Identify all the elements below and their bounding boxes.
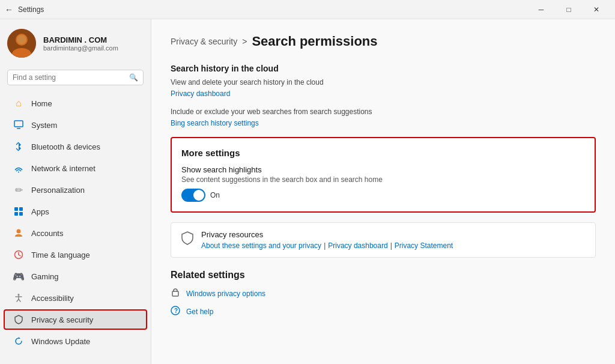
network-icon	[13, 163, 24, 174]
sidebar-item-update[interactable]: Windows Update	[4, 331, 147, 351]
windows-privacy-link[interactable]: Windows privacy options	[186, 290, 265, 298]
toggle-description: See content suggestions in the search bo…	[181, 175, 585, 184]
toggle-control: On	[181, 189, 585, 202]
breadcrumb-separator: >	[242, 37, 247, 46]
get-help-link[interactable]: Get help	[186, 308, 213, 316]
bing-history-link[interactable]: Bing search history settings	[171, 119, 259, 127]
sidebar-item-label: Privacy & security	[31, 315, 93, 324]
sidebar-item-label: Personalization	[31, 186, 85, 195]
minimize-button[interactable]: ─	[527, 0, 555, 19]
bluetooth-icon	[13, 141, 24, 152]
search-suggestions-section: Include or exclude your web searches fro…	[171, 108, 596, 127]
sidebar-item-apps[interactable]: Apps	[4, 201, 147, 222]
more-settings-title: More settings	[181, 148, 585, 158]
privacy-card-links: About these settings and your privacy | …	[201, 241, 453, 250]
more-settings-box: More settings Show search highlights See…	[171, 137, 596, 213]
title-bar: ← Settings ─ □ ✕	[0, 0, 615, 19]
sidebar-item-gaming[interactable]: 🎮 Gaming	[4, 266, 147, 287]
sidebar-item-time[interactable]: Time & language	[4, 244, 147, 265]
nav-menu: ⌂ Home System	[0, 90, 151, 354]
sidebar-item-accessibility[interactable]: Accessibility	[4, 288, 147, 308]
get-help-icon: ?	[171, 306, 180, 318]
sidebar-item-label: Time & language	[31, 250, 90, 259]
about-settings-link[interactable]: About these settings and your privacy	[201, 241, 321, 250]
privacy-resources-title: Privacy resources	[201, 230, 453, 239]
svg-point-17	[18, 294, 20, 296]
svg-marker-22	[19, 337, 20, 339]
back-icon[interactable]: ←	[5, 5, 13, 14]
accessibility-icon	[13, 293, 24, 303]
sidebar-item-personalization[interactable]: ✏ Personalization	[4, 180, 147, 200]
main-content: Privacy & security > Search permissions …	[151, 19, 615, 364]
home-icon: ⌂	[13, 98, 24, 109]
search-suggestions-desc: Include or exclude your web searches fro…	[171, 108, 596, 116]
sidebar-item-label: Home	[31, 99, 52, 108]
search-icon: 🔍	[129, 73, 138, 82]
toggle-row: Show search highlights See content sugge…	[181, 165, 585, 202]
sidebar-item-label: Apps	[31, 207, 49, 216]
personalization-icon: ✏	[13, 184, 24, 195]
sidebar: BARDIMIN . COM bardimintang@gmail.com 🔍 …	[0, 19, 151, 364]
related-settings: Related settings Windows privacy options…	[171, 270, 596, 318]
shield-icon	[181, 231, 194, 249]
user-email: bardimintang@gmail.com	[43, 44, 118, 52]
system-icon	[13, 120, 24, 130]
sidebar-item-privacy[interactable]: Privacy & security	[4, 309, 147, 330]
search-highlights-toggle[interactable]	[181, 189, 205, 202]
svg-point-13	[17, 229, 21, 234]
svg-rect-9	[14, 207, 18, 211]
windows-privacy-icon	[171, 288, 180, 300]
related-link-1: Windows privacy options	[171, 288, 596, 300]
time-icon	[13, 249, 24, 260]
user-info: BARDIMIN . COM bardimintang@gmail.com	[43, 35, 118, 52]
maximize-button[interactable]: □	[555, 0, 583, 19]
svg-line-16	[19, 255, 20, 256]
sidebar-item-label: Accessibility	[31, 294, 74, 303]
title-bar-controls: ─ □ ✕	[527, 0, 610, 19]
breadcrumb[interactable]: Privacy & security	[171, 37, 237, 46]
svg-rect-4	[14, 121, 23, 127]
sidebar-item-label: Accounts	[31, 229, 63, 238]
search-box[interactable]: 🔍	[7, 70, 144, 85]
privacy-card: Privacy resources About these settings a…	[171, 222, 596, 258]
user-section: BARDIMIN . COM bardimintang@gmail.com	[0, 19, 151, 67]
sidebar-item-label: Gaming	[31, 272, 59, 281]
sidebar-item-accounts[interactable]: Accounts	[4, 223, 147, 243]
svg-rect-5	[17, 128, 20, 129]
sidebar-item-bluetooth[interactable]: Bluetooth & devices	[4, 136, 147, 157]
sidebar-item-system[interactable]: System	[4, 115, 147, 135]
title-bar-title: Settings	[18, 5, 44, 14]
sidebar-item-home[interactable]: ⌂ Home	[4, 93, 147, 114]
search-input[interactable]	[13, 73, 126, 82]
cloud-section-desc: View and delete your search history in t…	[171, 78, 596, 86]
privacy-dashboard-card-link[interactable]: Privacy dashboard	[328, 241, 387, 250]
page-header: Privacy & security > Search permissions	[171, 34, 596, 49]
separator-2: |	[390, 241, 392, 250]
close-button[interactable]: ✕	[583, 0, 610, 19]
svg-rect-11	[14, 212, 18, 216]
separator-1: |	[324, 241, 326, 250]
gaming-icon: 🎮	[13, 271, 24, 282]
sidebar-item-label: Bluetooth & devices	[31, 142, 100, 151]
avatar[interactable]	[7, 29, 36, 58]
accounts-icon	[13, 228, 24, 238]
svg-line-7	[16, 148, 19, 151]
privacy-dashboard-link[interactable]: Privacy dashboard	[171, 89, 230, 98]
svg-point-3	[17, 35, 26, 44]
privacy-statement-link[interactable]: Privacy Statement	[395, 241, 453, 250]
related-settings-title: Related settings	[171, 270, 596, 281]
svg-rect-10	[19, 207, 23, 211]
update-icon	[13, 336, 24, 347]
cloud-section: Search history in the cloud View and del…	[171, 64, 596, 98]
privacy-card-content: Privacy resources About these settings a…	[201, 230, 453, 250]
toggle-label: Show search highlights	[181, 165, 585, 174]
toggle-state-label: On	[210, 191, 220, 199]
svg-text:?: ?	[174, 308, 178, 314]
svg-line-21	[19, 299, 20, 302]
sidebar-item-label: System	[31, 121, 57, 130]
user-name: BARDIMIN . COM	[43, 35, 118, 44]
app-container: BARDIMIN . COM bardimintang@gmail.com 🔍 …	[0, 19, 615, 364]
svg-rect-12	[19, 212, 23, 216]
sidebar-item-label: Windows Update	[31, 337, 90, 346]
sidebar-item-network[interactable]: Network & internet	[4, 158, 147, 178]
